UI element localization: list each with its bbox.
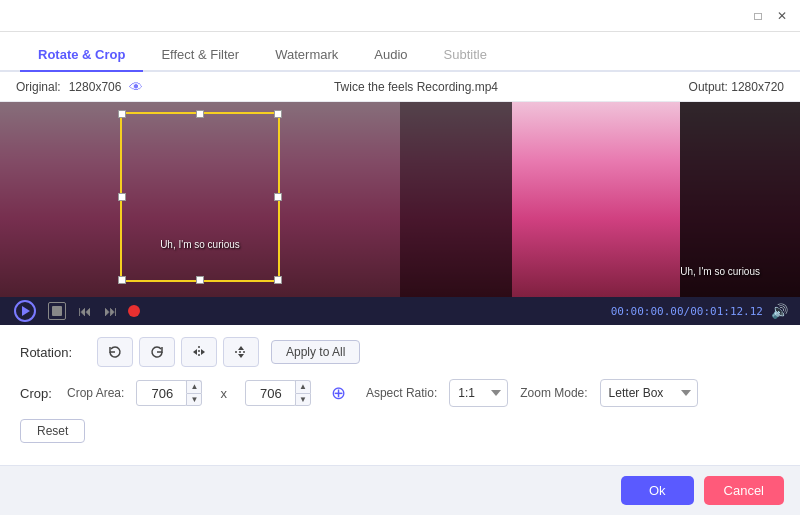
svg-marker-5 <box>238 354 244 358</box>
close-button[interactable]: ✕ <box>774 8 790 24</box>
crop-height-input[interactable] <box>245 380 297 406</box>
center-align-icon[interactable]: ⊕ <box>331 382 346 404</box>
stop-button[interactable] <box>46 300 68 322</box>
tab-audio[interactable]: Audio <box>356 39 425 70</box>
rotate-ccw-icon <box>107 344 123 360</box>
file-title: Twice the feels Recording.mp4 <box>334 80 498 94</box>
crop-handle-lm[interactable] <box>118 193 126 201</box>
rotate-cw-icon <box>149 344 165 360</box>
rotate-cw-button[interactable] <box>139 337 175 367</box>
crop-width-group: ▲ ▼ <box>136 380 202 406</box>
flip-horizontal-button[interactable] <box>181 337 217 367</box>
tab-bar: Rotate & Crop Effect & Filter Watermark … <box>0 32 800 72</box>
width-spinner-up[interactable]: ▲ <box>186 380 202 393</box>
video-subtitle-left: Uh, I'm so curious <box>160 239 240 250</box>
height-spinner-up[interactable]: ▲ <box>295 380 311 393</box>
skip-forward-button[interactable]: ⏭ <box>102 301 120 321</box>
x-separator: x <box>220 386 227 401</box>
svg-marker-4 <box>238 346 244 350</box>
play-icon <box>22 306 30 316</box>
minimize-button[interactable]: □ <box>750 8 766 24</box>
crop-height-group: ▲ ▼ <box>245 380 311 406</box>
crop-handle-tl[interactable] <box>118 110 126 118</box>
original-value: 1280x706 <box>69 80 122 94</box>
original-label: Original: <box>16 80 61 94</box>
zoom-mode-select[interactable]: Letter Box Pan & Scan Full <box>600 379 698 407</box>
svg-marker-1 <box>193 349 197 355</box>
bottom-bar: Ok Cancel <box>0 465 800 515</box>
skip-back-icon: ⏮ <box>78 303 92 319</box>
stop-icon <box>52 306 62 316</box>
info-bar: Original: 1280x706 👁 Twice the feels Rec… <box>0 72 800 102</box>
reset-button[interactable]: Reset <box>20 419 85 443</box>
zoom-mode-label: Zoom Mode: <box>520 386 587 400</box>
tab-watermark[interactable]: Watermark <box>257 39 356 70</box>
record-indicator <box>128 305 140 317</box>
rotation-label: Rotation: <box>20 345 85 360</box>
height-spinners: ▲ ▼ <box>295 380 311 406</box>
ok-button[interactable]: Ok <box>621 476 694 505</box>
flip-h-icon <box>191 344 207 360</box>
controls-area: Rotation: <box>0 325 800 465</box>
crop-width-input[interactable] <box>136 380 188 406</box>
skip-forward-icon: ⏭ <box>104 303 118 319</box>
crop-label: Crop: <box>20 386 55 401</box>
crop-row: Crop: Crop Area: ▲ ▼ x ▲ ▼ ⊕ Aspect Rati… <box>20 379 780 407</box>
flip-vertical-button[interactable] <box>223 337 259 367</box>
apply-to-all-button[interactable]: Apply to All <box>271 340 360 364</box>
title-bar: □ ✕ <box>0 0 800 32</box>
skip-back-button[interactable]: ⏮ <box>76 301 94 321</box>
video-panel-left: Uh, I'm so curious <box>0 102 400 297</box>
timeline-time: 00:00:00.00/00:01:12.12 <box>611 305 763 318</box>
video-panel-right: Uh, I'm so curious <box>400 102 800 297</box>
crop-handle-tm[interactable] <box>196 110 204 118</box>
tab-effect-filter[interactable]: Effect & Filter <box>143 39 257 70</box>
output-label: Output: <box>689 80 728 94</box>
aspect-ratio-select[interactable]: 1:1 4:3 16:9 Free <box>449 379 508 407</box>
output-value: 1280x720 <box>731 80 784 94</box>
cancel-button[interactable]: Cancel <box>704 476 784 505</box>
crop-handle-bl[interactable] <box>118 276 126 284</box>
flip-v-icon <box>233 344 249 360</box>
crop-handle-rm[interactable] <box>274 193 282 201</box>
tab-rotate-crop[interactable]: Rotate & Crop <box>20 39 143 72</box>
tab-subtitle: Subtitle <box>426 39 505 70</box>
crop-area-label: Crop Area: <box>67 386 124 400</box>
play-circle <box>14 300 36 322</box>
width-spinner-down[interactable]: ▼ <box>186 393 202 406</box>
rotate-ccw-button[interactable] <box>97 337 133 367</box>
rotation-row: Rotation: <box>20 337 780 367</box>
crop-handle-br[interactable] <box>274 276 282 284</box>
video-area: Uh, I'm so curious Uh, I'm so curious <box>0 102 800 297</box>
timeline-bar: ⏮ ⏭ 00:00:00.00/00:01:12.12 🔊 <box>0 297 800 325</box>
crop-handle-bm[interactable] <box>196 276 204 284</box>
video-subtitle-right: Uh, I'm so curious <box>680 266 760 277</box>
eye-icon[interactable]: 👁 <box>129 79 143 95</box>
volume-icon[interactable]: 🔊 <box>771 303 788 319</box>
svg-marker-2 <box>201 349 205 355</box>
aspect-ratio-label: Aspect Ratio: <box>366 386 437 400</box>
play-button[interactable] <box>12 298 38 324</box>
rotation-buttons <box>97 337 259 367</box>
crop-handle-tr[interactable] <box>274 110 282 118</box>
height-spinner-down[interactable]: ▼ <box>295 393 311 406</box>
width-spinners: ▲ ▼ <box>186 380 202 406</box>
crop-overlay[interactable]: Uh, I'm so curious <box>120 112 280 282</box>
